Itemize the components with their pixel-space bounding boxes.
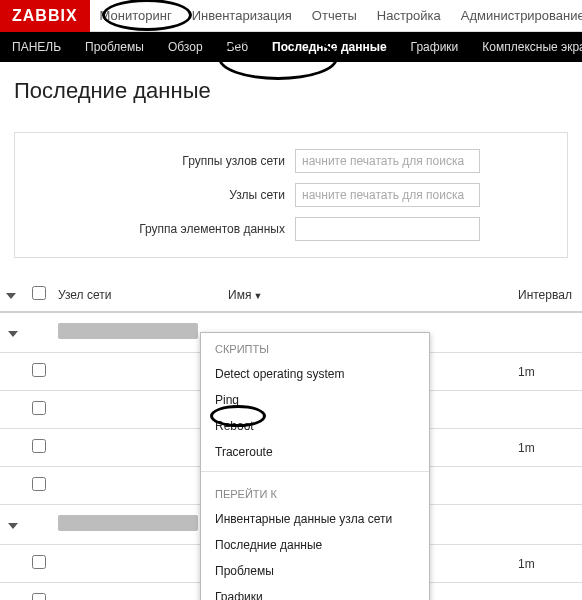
filter-application-label: Группа элементов данных [25,222,295,236]
topnav-reports[interactable]: Отчеты [302,0,367,32]
context-separator [201,471,429,472]
goto-graphs[interactable]: Графики [201,584,429,600]
script-traceroute[interactable]: Traceroute [201,439,429,465]
chevron-down-icon[interactable] [6,293,16,299]
filter-hosts-label: Узлы сети [25,188,295,202]
header-host[interactable]: Узел сети [52,278,222,312]
subnav-graphs[interactable]: Графики [399,32,471,62]
subnav-web[interactable]: Веб [215,32,260,62]
page-title: Последние данные [0,62,582,122]
header-checkbox[interactable] [26,278,52,312]
row-checkbox[interactable] [32,477,46,491]
filter-application-input[interactable] [295,217,480,241]
host-link-masked[interactable] [58,515,198,531]
interval-value: 1m [512,353,582,391]
sub-navigation: ПАНЕЛЬ Проблемы Обзор Веб Последние данн… [0,32,582,62]
row-checkbox[interactable] [32,439,46,453]
subnav-screens[interactable]: Комплексные экраны [470,32,582,62]
context-scripts-title: СКРИПТЫ [201,333,429,361]
filter-panel: Группы узлов сети Узлы сети Группа элеме… [14,132,568,258]
sort-down-icon: ▼ [253,291,262,301]
logo[interactable]: ZABBIX [0,0,90,32]
header-name[interactable]: Имя▼ [222,278,512,312]
goto-problems[interactable]: Проблемы [201,558,429,584]
interval-value [512,583,582,601]
script-detect-os[interactable]: Detect operating system [201,361,429,387]
chevron-down-icon[interactable] [8,331,18,337]
topnav-inventory[interactable]: Инвентаризация [182,0,302,32]
filter-host-groups-input[interactable] [295,149,480,173]
interval-value: 1m [512,545,582,583]
host-link-masked[interactable] [58,323,198,339]
row-checkbox[interactable] [32,363,46,377]
header-interval[interactable]: Интервал [512,278,582,312]
goto-latest-data[interactable]: Последние данные [201,532,429,558]
subnav-problems[interactable]: Проблемы [73,32,156,62]
filter-host-groups-label: Группы узлов сети [25,154,295,168]
filter-hosts-input[interactable] [295,183,480,207]
context-goto-title: ПЕРЕЙТИ К [201,478,429,506]
goto-host-inventory[interactable]: Инвентарные данные узла сети [201,506,429,532]
row-checkbox[interactable] [32,593,46,600]
interval-value [512,467,582,505]
topnav-administration[interactable]: Администрирование [451,0,582,32]
header-expand[interactable] [0,278,26,312]
subnav-overview[interactable]: Обзор [156,32,215,62]
select-all-checkbox[interactable] [32,286,46,300]
header-name-label: Имя [228,288,251,302]
chevron-down-icon[interactable] [8,523,18,529]
topnav-monitoring[interactable]: Мониторинг [90,0,182,32]
subnav-latest-data[interactable]: Последние данные [260,32,399,62]
subnav-dashboard[interactable]: ПАНЕЛЬ [0,32,73,62]
script-reboot[interactable]: Reboot [201,413,429,439]
script-ping[interactable]: Ping [201,387,429,413]
row-checkbox[interactable] [32,401,46,415]
interval-value [512,391,582,429]
interval-value: 1m [512,429,582,467]
host-context-menu: СКРИПТЫ Detect operating system Ping Reb… [200,332,430,600]
row-checkbox[interactable] [32,555,46,569]
top-navigation: ZABBIX Мониторинг Инвентаризация Отчеты … [0,0,582,32]
topnav-configuration[interactable]: Настройка [367,0,451,32]
